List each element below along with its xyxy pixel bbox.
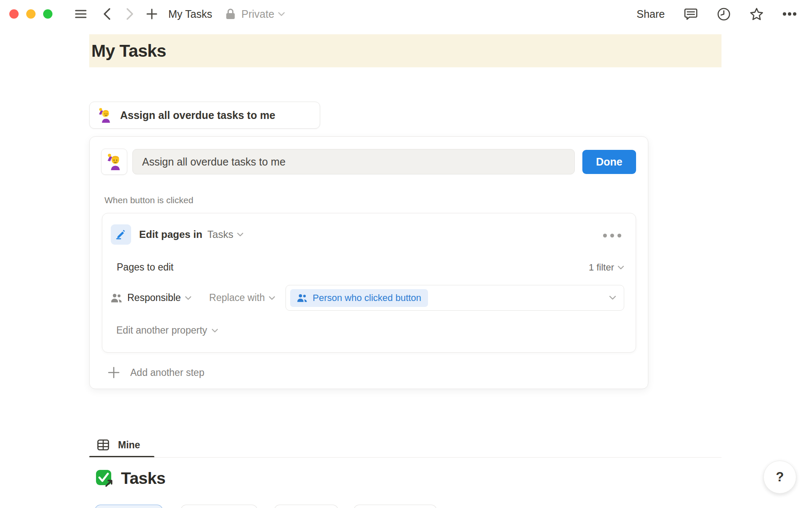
bottom-chip-partial[interactable] xyxy=(274,505,338,508)
tab-divider xyxy=(89,457,721,458)
traffic-lights xyxy=(9,9,52,19)
edit-another-property-button[interactable]: Edit another property xyxy=(116,325,218,336)
woman-raising-hand-emoji xyxy=(106,153,123,170)
ellipsis-icon xyxy=(603,234,607,237)
tasks-check-icon xyxy=(95,469,114,488)
nav-forward-button[interactable] xyxy=(123,7,137,21)
bottom-chip-partial[interactable] xyxy=(354,505,437,508)
filter-dropdown[interactable]: 1 filter xyxy=(589,262,624,273)
trigger-label: When button is clicked xyxy=(104,195,636,206)
more-options-button[interactable] xyxy=(782,7,797,21)
operation-dropdown[interactable]: Replace with xyxy=(209,292,265,304)
chevron-down-icon xyxy=(617,265,624,270)
nav-back-button[interactable] xyxy=(100,7,114,21)
people-icon xyxy=(111,293,122,303)
lock-icon xyxy=(223,7,238,21)
comments-button[interactable] xyxy=(683,7,698,21)
pencil-icon xyxy=(115,229,127,240)
action-menu-button[interactable] xyxy=(601,231,624,240)
close-window-button[interactable] xyxy=(9,9,19,19)
page-title[interactable]: My Tasks xyxy=(89,41,166,61)
action-type-label[interactable]: Edit pages in xyxy=(139,229,202,240)
sidebar-toggle-button[interactable] xyxy=(74,7,88,21)
edit-another-property-label: Edit another property xyxy=(116,325,207,336)
button-block-label: Assign all overdue tasks to me xyxy=(120,109,275,121)
chevron-left-icon xyxy=(103,8,111,20)
chevron-down-icon xyxy=(609,295,616,300)
target-database-value: Tasks xyxy=(207,229,233,240)
notion-window: My Tasks Private Share xyxy=(0,0,812,508)
favorite-button[interactable] xyxy=(749,7,764,21)
woman-raising-hand-emoji xyxy=(97,108,112,123)
chevron-down-icon xyxy=(185,296,192,300)
target-database-dropdown[interactable]: Tasks xyxy=(207,229,243,240)
add-another-step-label: Add another step xyxy=(130,367,204,378)
button-name-row: Done xyxy=(101,149,636,175)
titlebar-actions: Share xyxy=(636,0,797,28)
people-icon xyxy=(297,294,307,302)
pages-to-edit-label: Pages to edit xyxy=(117,262,173,273)
bottom-chip-partial[interactable] xyxy=(95,505,163,508)
new-page-button[interactable] xyxy=(145,7,159,21)
minimize-window-button[interactable] xyxy=(26,9,36,19)
star-icon xyxy=(749,7,764,21)
zoom-window-button[interactable] xyxy=(43,9,52,19)
bottom-chip-partial[interactable] xyxy=(181,505,258,508)
breadcrumb-page-title[interactable]: My Tasks xyxy=(168,8,212,20)
chevron-right-icon xyxy=(126,8,134,20)
hamburger-icon xyxy=(75,9,87,19)
database-heading: Tasks xyxy=(95,469,165,488)
view-tab-mine[interactable]: Mine xyxy=(89,433,148,456)
edit-pages-action-card: Edit pages in Tasks Pages to edit 1 filt… xyxy=(102,213,636,353)
share-button[interactable]: Share xyxy=(636,8,665,20)
chevron-down-icon xyxy=(269,296,275,300)
table-icon xyxy=(97,439,109,450)
pages-to-edit-row: Pages to edit 1 filter xyxy=(111,262,624,273)
automation-button-block[interactable]: Assign all overdue tasks to me xyxy=(89,102,320,129)
button-editor-panel: Done When button is clicked Edit pages i… xyxy=(89,136,648,389)
person-chip-label: Person who clicked button xyxy=(313,293,421,304)
view-tab-label: Mine xyxy=(118,439,140,451)
question-mark-label: ? xyxy=(776,469,784,485)
filter-count-label: 1 filter xyxy=(589,262,614,273)
edit-action-icon-tile xyxy=(111,224,131,245)
add-another-step-button[interactable]: Add another step xyxy=(107,366,204,379)
comment-icon xyxy=(684,7,698,21)
property-edit-row: Responsible Replace with Person who clic… xyxy=(111,285,624,311)
page-title-highlight: My Tasks xyxy=(89,34,721,67)
titlebar: My Tasks Private Share xyxy=(0,0,812,28)
database-title[interactable]: Tasks xyxy=(121,469,165,488)
button-name-input[interactable] xyxy=(132,149,575,174)
ellipsis-icon xyxy=(782,12,797,16)
help-button[interactable]: ? xyxy=(763,461,796,494)
clock-icon xyxy=(717,7,731,21)
chevron-down-icon xyxy=(237,232,244,237)
chevron-down-icon xyxy=(211,329,218,333)
plus-icon xyxy=(146,8,157,19)
chevron-down-icon xyxy=(278,12,285,17)
button-emoji-picker[interactable] xyxy=(101,149,127,175)
privacy-label[interactable]: Private xyxy=(241,8,274,20)
value-selector[interactable]: Person who clicked button xyxy=(285,285,624,311)
property-name-dropdown[interactable]: Responsible xyxy=(127,292,181,304)
done-button[interactable]: Done xyxy=(582,150,636,174)
page-history-button[interactable] xyxy=(716,7,731,21)
plus-icon xyxy=(107,366,120,379)
person-value-chip[interactable]: Person who clicked button xyxy=(290,289,428,307)
action-card-header: Edit pages in Tasks xyxy=(111,224,624,245)
